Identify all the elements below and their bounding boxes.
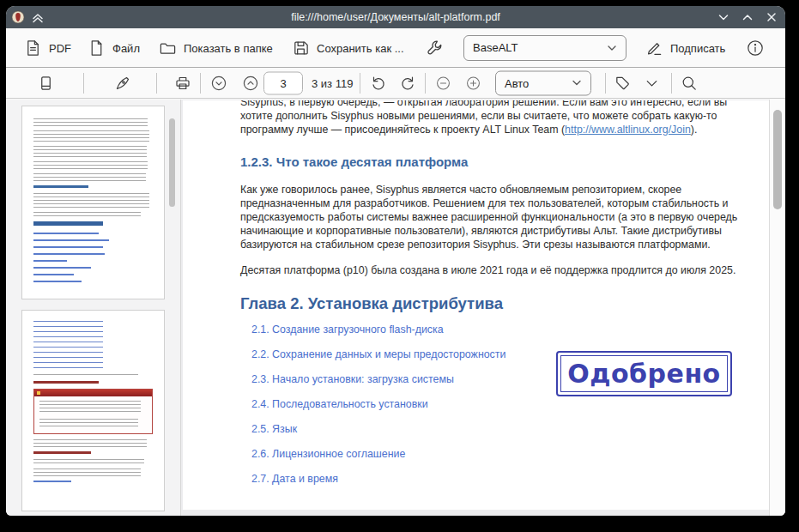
chevron-down-icon (572, 78, 582, 88)
rotate-left-button[interactable] (370, 75, 387, 92)
tag-menu-button[interactable] (643, 74, 661, 92)
zoom-in-button[interactable] (465, 75, 481, 91)
minimize-icon[interactable] (717, 10, 730, 24)
zoom-select[interactable]: Авто (495, 70, 591, 95)
zoom-out-icon (435, 75, 451, 91)
toolbar-separator (200, 73, 201, 94)
approval-stamp-inner: Одобрено (560, 355, 728, 392)
toc-link-2-1[interactable]: 2.1. Создание загрузочного flash-диска (251, 323, 749, 336)
chevron-down-icon (643, 74, 661, 92)
thumb-section-heading (33, 185, 88, 188)
thumb-text-lines (33, 459, 144, 464)
toc-link-2-5[interactable]: 2.5. Язык (251, 422, 749, 436)
toolbar-separator (425, 73, 426, 94)
file-button-label: Файл (112, 41, 140, 54)
thumb-warning-body (34, 396, 152, 433)
keep-above-icon[interactable] (31, 10, 45, 24)
file-icon (88, 39, 106, 57)
thumb-text-lines (33, 146, 147, 157)
stylus-icon (114, 75, 131, 92)
app-icon[interactable] (11, 10, 25, 24)
sign-button[interactable]: Подписать (645, 39, 725, 57)
thumb-warning-box (33, 389, 153, 434)
intro-suffix: ). (691, 124, 698, 136)
thumbnail-page-4[interactable] (21, 310, 165, 511)
sidebar-scrollbar-thumb[interactable] (169, 118, 175, 207)
thumb-link-line (33, 281, 82, 282)
paragraph-intro: Sisyphus, в первую очередь, — открытая л… (240, 100, 748, 136)
pdf-button-label: PDF (49, 41, 71, 54)
toolbar-separator (83, 73, 84, 94)
sign-button-label: Подписать (670, 41, 725, 54)
page-up-icon (242, 75, 259, 92)
thumb-link-line (33, 233, 99, 234)
zoom-out-button[interactable] (435, 75, 451, 91)
maximize-icon[interactable] (741, 10, 754, 24)
page-number-input[interactable] (263, 71, 303, 94)
thumbnail-page-3[interactable] (21, 106, 165, 299)
window-title: file:///home/user/Документы/alt-platform… (291, 11, 500, 23)
document-view: Sisyphus, в первую очередь, — открытая л… (181, 100, 785, 516)
page-down-icon (210, 75, 227, 92)
save-icon (292, 39, 310, 57)
thumb-link-line (33, 253, 105, 255)
titlebar[interactable]: file:///home/user/Документы/alt-platform… (6, 6, 785, 28)
wrench-icon (426, 39, 445, 57)
next-page-button[interactable] (210, 75, 227, 92)
toc-link-2-4[interactable]: 2.4. Последовательность установки (251, 397, 749, 411)
thumb-text-lines (33, 118, 148, 126)
certificate-select[interactable]: BaseALT (463, 35, 626, 61)
thumb-text-lines (33, 439, 147, 447)
thumb-section-heading (33, 381, 99, 384)
toc-link-2-6[interactable]: 2.6. Лицензионное соглашение (251, 447, 749, 461)
previous-page-button[interactable] (242, 75, 259, 92)
document-scrollbar-thumb[interactable] (773, 110, 782, 209)
zoom-select-value: Авто (505, 76, 529, 89)
tag-button[interactable] (614, 74, 632, 92)
info-icon (746, 39, 765, 57)
print-button[interactable] (174, 75, 191, 92)
pdf-button[interactable]: PDF (24, 39, 71, 57)
thumb-text-lines (33, 161, 148, 169)
thumb-text-lines (33, 193, 149, 208)
toc-link-2-7[interactable]: 2.7. Дата и время (251, 472, 749, 486)
certificate-select-value: BaseALT (473, 41, 518, 54)
thumb-warning-header (34, 390, 152, 396)
altlinux-join-link[interactable]: http://www.altlinux.org/Join (565, 124, 691, 136)
document-scrollbar[interactable] (769, 100, 785, 516)
chevron-down-icon (607, 43, 617, 53)
paragraph-p10: Десятая платформа (p10) была создана в и… (240, 263, 748, 277)
save-as-button[interactable]: Сохранить как ... (292, 39, 404, 57)
pdf-page: Sisyphus, в первую очередь, — открытая л… (183, 100, 769, 510)
sign-pen-icon (645, 39, 663, 57)
thumb-text-lines (33, 374, 138, 377)
chapter-toc: 2.1. Создание загрузочного flash-диска 2… (240, 323, 749, 486)
annotate-button[interactable] (114, 75, 131, 92)
save-as-label: Сохранить как ... (317, 41, 404, 54)
toolbar-separator (156, 73, 157, 94)
paragraph-platform: Как уже говорилось ранее, Sisyphus являе… (240, 183, 748, 251)
tag-icon (614, 74, 632, 92)
sidebar-toggle-button[interactable] (38, 75, 54, 91)
sidebar-scrollbar[interactable] (169, 100, 175, 516)
about-button[interactable] (746, 39, 765, 57)
file-button[interactable]: Файл (88, 39, 140, 57)
thumb-text-lines (39, 401, 141, 414)
thumb-chapter-heading (33, 221, 103, 226)
main-toolbar: PDF Файл Показать в папке Сохранить как … (6, 28, 785, 68)
tools-button[interactable] (426, 39, 445, 57)
search-icon (681, 75, 698, 92)
pdf-page-content: Sisyphus, в первую очередь, — открытая л… (183, 100, 749, 486)
print-icon (174, 75, 191, 92)
page-number-field-wrap (263, 71, 303, 94)
page-count-status: 3 из 119 (312, 76, 353, 89)
thumb-text-lines (33, 173, 146, 181)
close-icon[interactable] (765, 10, 778, 24)
thumb-link-line (33, 481, 71, 482)
thumb-section-heading (33, 451, 91, 454)
thumb-text-lines (33, 130, 149, 142)
rotate-right-button[interactable] (399, 75, 416, 92)
thumb-text-lines (33, 212, 141, 216)
search-button[interactable] (681, 75, 698, 92)
show-in-folder-button[interactable]: Показать в папке (159, 39, 273, 57)
